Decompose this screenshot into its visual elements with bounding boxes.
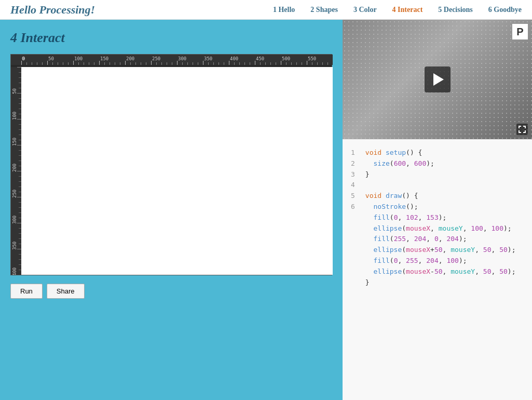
main-layout: 4 Interact Run Share P (0, 20, 532, 400)
nav-color[interactable]: 3 Color (353, 6, 377, 14)
button-row: Run Share (10, 284, 332, 299)
code-line-setup-void: void setup() { (365, 148, 516, 158)
line-num-4: 4 (351, 180, 355, 191)
nav-hello[interactable]: 1 Hello (273, 6, 295, 14)
code-line-fill2: fill(255, 204, 0, 204); (365, 234, 516, 245)
line-num-6: 6 (351, 202, 355, 212)
share-button[interactable]: Share (47, 284, 85, 299)
main-nav: 1 Hello 2 Shapes 3 Color 4 Interact 5 De… (273, 6, 522, 14)
line-numbers: 1 2 3 4 5 6 (343, 148, 360, 392)
code-line-noStroke: noStroke(); (365, 202, 516, 212)
site-title: Hello Processing! (10, 3, 273, 17)
canvas-container (10, 54, 332, 275)
header: Hello Processing! 1 Hello 2 Shapes 3 Col… (0, 0, 532, 20)
code-line-blank (365, 180, 516, 191)
code-line-draw-close: } (365, 277, 516, 288)
video-container[interactable]: P (343, 20, 532, 139)
code-line-setup-close: } (365, 169, 516, 180)
horizontal-ruler (11, 55, 333, 65)
code-line-ellipse2: ellipse(mouseX+50, mouseY, 50, 50); (365, 245, 516, 256)
nav-decisions[interactable]: 5 Decisions (438, 6, 473, 14)
nav-shapes[interactable]: 2 Shapes (310, 6, 338, 14)
line-num-2: 2 (351, 158, 355, 169)
nav-interact[interactable]: 4 Interact (392, 6, 423, 14)
video-overlay (343, 20, 532, 139)
code-panel: 1 2 3 4 5 6 void setup() { size(600, 600… (343, 139, 532, 400)
line-num-3: 3 (351, 169, 355, 180)
processing-logo: P (512, 24, 528, 39)
sketch-area (11, 67, 332, 275)
vertical-ruler (11, 67, 21, 275)
code-line-ellipse1: ellipse(mouseX, mouseY, 100, 100); (365, 223, 516, 234)
code-line-size: size(600, 600); (365, 158, 516, 169)
code-line-ellipse3: ellipse(mouseX-50, mouseY, 50, 50); (365, 266, 516, 277)
section-title: 4 Interact (10, 30, 332, 46)
code-content: void setup() { size(600, 600); } void dr… (360, 148, 521, 392)
line-num-1: 1 (351, 148, 355, 158)
run-button[interactable]: Run (10, 284, 43, 299)
nav-goodbye[interactable]: 6 Goodbye (488, 6, 522, 14)
fullscreen-icon[interactable] (516, 124, 528, 135)
left-panel: 4 Interact Run Share (0, 20, 343, 400)
play-button[interactable] (425, 66, 451, 92)
code-line-fill3: fill(0, 255, 204, 100); (365, 256, 516, 266)
sketch-canvas[interactable] (21, 67, 333, 275)
code-line-draw-void: void draw() { (365, 191, 516, 202)
right-panel: P 1 2 3 4 5 6 void setup() { size(600, 6… (343, 20, 532, 400)
code-line-fill1: fill(0, 102, 153); (365, 212, 516, 223)
line-num-5: 5 (351, 191, 355, 202)
